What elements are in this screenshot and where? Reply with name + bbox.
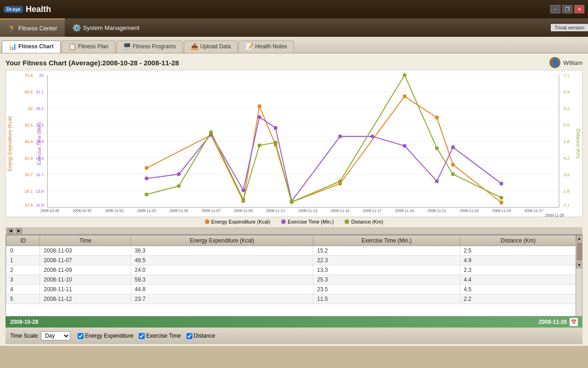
tab-fitness-plan[interactable]: 📋 Fitness Plan xyxy=(62,40,115,53)
svg-text:16.7: 16.7 xyxy=(36,172,44,177)
svg-point-84 xyxy=(145,193,148,196)
table-cell-1-4: 4.9 xyxy=(460,256,582,265)
col-exercise: Exercise Time (Min.) xyxy=(313,236,460,246)
restore-button[interactable]: ❐ xyxy=(562,5,572,13)
fitness-plan-icon: 📋 xyxy=(68,43,76,50)
table-row: 22008-11-0924.013.32.3 xyxy=(6,265,582,275)
svg-point-86 xyxy=(209,130,213,134)
table-cell-5-2: 23.7 xyxy=(131,294,313,304)
legend-energy-label: Energy Expenditure (Kcal) xyxy=(211,219,270,224)
tab-fitness-chart[interactable]: 📊 Fitness Chart xyxy=(2,40,61,53)
svg-point-70 xyxy=(499,201,503,204)
scrollbar-thumb[interactable] xyxy=(577,242,582,261)
app-logo: Dr.eye xyxy=(4,6,23,13)
nav-system-management[interactable]: ⚙️ System Management xyxy=(65,18,147,37)
svg-point-82 xyxy=(451,145,455,149)
legend-exercise-dot xyxy=(281,219,286,224)
calendar-icon[interactable]: 📅 xyxy=(570,318,578,326)
col-energy: Energy Expenditure (Kcal) xyxy=(131,236,313,246)
svg-text:70.8: 70.8 xyxy=(25,73,33,78)
svg-text:2008-11-23: 2008-11-23 xyxy=(460,209,479,213)
chart-title: Your Fitness Chart (Average):2008-10-28 … xyxy=(6,59,179,67)
tab-upload-data-label: Upload Data xyxy=(200,43,231,50)
minimize-button[interactable]: − xyxy=(550,5,560,13)
svg-point-95 xyxy=(499,196,503,200)
table-cell-2-4: 2.3 xyxy=(460,265,582,275)
close-button[interactable]: ✕ xyxy=(574,5,584,13)
legend-distance-dot xyxy=(345,219,349,224)
table-cell-0-4: 2.5 xyxy=(460,246,582,256)
checkbox-distance: Distance xyxy=(187,333,215,339)
username: William xyxy=(563,59,582,66)
chart-container: Energy Expenditure (Kcal) 70.8 68.6 62 5… xyxy=(6,70,582,217)
table-row: 52008-11-1223.711.52.2 xyxy=(6,294,582,304)
col-id: ID xyxy=(6,236,40,246)
svg-text:2008-11-09: 2008-11-09 xyxy=(234,209,253,213)
fitness-chart-icon: 📊 xyxy=(9,43,17,50)
svg-point-76 xyxy=(274,126,277,130)
scroll-left-button[interactable]: ◀ xyxy=(7,228,14,234)
tab-upload-data[interactable]: 📤 Upload Data xyxy=(184,40,238,53)
svg-point-85 xyxy=(177,184,181,188)
svg-text:29.1: 29.1 xyxy=(25,189,33,194)
svg-point-78 xyxy=(338,135,342,138)
table-row: 12008-11-0748.522.34.9 xyxy=(6,256,582,265)
scroll-right-button[interactable]: ▶ xyxy=(16,228,22,234)
scrollbar-up-button[interactable]: ▲ xyxy=(576,235,582,242)
svg-text:2008-11-07: 2008-11-07 xyxy=(202,209,221,213)
svg-text:2008-11-03: 2008-11-03 xyxy=(137,209,156,213)
svg-point-92 xyxy=(403,73,407,77)
table-cell-4-4: 4.5 xyxy=(460,285,582,294)
checkbox-distance-input[interactable] xyxy=(187,333,192,339)
table-cell-3-0: 3 xyxy=(6,275,40,285)
table-cell-0-2: 36.3 xyxy=(131,246,313,256)
svg-text:3.5: 3.5 xyxy=(564,172,570,177)
svg-point-75 xyxy=(258,115,261,119)
table-scrollbar: ▲ ▼ xyxy=(576,235,582,316)
table-cell-0-3: 15.2 xyxy=(313,246,460,256)
table-cell-0-1: 2008-11-03 xyxy=(40,246,131,256)
main-content: Your Fitness Chart (Average):2008-10-28 … xyxy=(0,53,588,346)
table-cell-4-3: 23.5 xyxy=(313,285,460,294)
user-info: 👤 William xyxy=(549,57,582,68)
svg-text:2.1: 2.1 xyxy=(564,203,570,207)
health-notes-icon: 📝 xyxy=(245,43,253,50)
svg-text:2008-11-01: 2008-11-01 xyxy=(105,209,124,213)
svg-point-81 xyxy=(435,179,439,183)
time-scale-select[interactable]: Day Week Month xyxy=(41,331,70,340)
scrollbar-down-button[interactable]: ▼ xyxy=(576,262,582,268)
svg-text:22.6: 22.6 xyxy=(25,203,33,207)
legend-exercise: Exercise Time (Min.) xyxy=(281,219,334,224)
svg-point-91 xyxy=(338,179,342,183)
svg-point-60 xyxy=(145,166,148,170)
svg-text:28.2: 28.2 xyxy=(36,106,44,111)
checkbox-exercise-input[interactable] xyxy=(139,333,145,339)
svg-text:6.9: 6.9 xyxy=(564,90,570,94)
table-scroll-area: ◀ ▶ xyxy=(6,227,582,235)
svg-text:Exercise Time (Min.): Exercise Time (Min.) xyxy=(37,122,42,165)
tab-health-notes[interactable]: 📝 Health Notes xyxy=(238,40,294,53)
date-bar: 2008-10-28 2008-11-28 📅 xyxy=(6,316,582,328)
svg-point-90 xyxy=(290,200,294,204)
fitness-programs-icon: 🖥️ xyxy=(123,43,131,50)
col-distance: Distance (Km) xyxy=(460,236,582,246)
svg-text:31.1: 31.1 xyxy=(36,90,44,94)
tab-health-notes-label: Health Notes xyxy=(255,43,287,50)
svg-point-68 xyxy=(435,115,439,119)
table-body: 02008-11-0336.315.22.512008-11-0748.522.… xyxy=(6,246,582,304)
checkbox-exercise: Exercise Time xyxy=(139,333,181,339)
title-bar-left: Dr.eye Health xyxy=(4,5,51,14)
svg-point-93 xyxy=(435,146,439,150)
tab-fitness-programs[interactable]: 🖥️ Fitness Programs xyxy=(116,40,183,53)
nav-fitness-center[interactable]: 🏃 Fitness Center xyxy=(0,18,65,37)
svg-point-72 xyxy=(177,172,181,176)
table-cell-2-0: 2 xyxy=(6,265,40,275)
svg-point-83 xyxy=(499,182,503,185)
svg-text:6.2: 6.2 xyxy=(564,106,570,111)
svg-point-74 xyxy=(242,188,245,192)
svg-text:2008-10-28: 2008-10-28 xyxy=(40,209,60,213)
svg-text:7.1: 7.1 xyxy=(564,73,570,78)
checkbox-energy-input[interactable] xyxy=(78,333,84,339)
legend-energy: Energy Expenditure (Kcal) xyxy=(205,219,270,224)
svg-text:35.7: 35.7 xyxy=(25,172,33,177)
